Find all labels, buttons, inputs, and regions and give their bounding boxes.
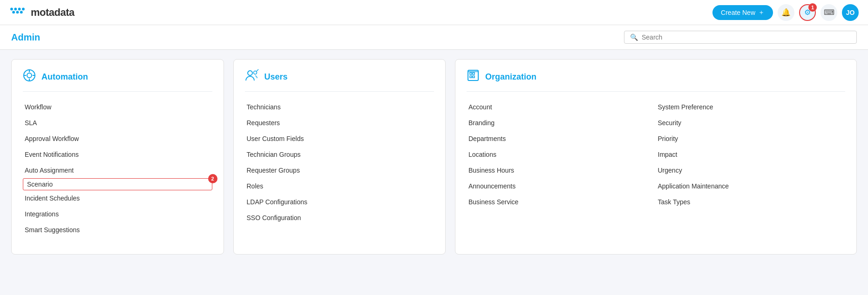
notification-button[interactable]: 🔔 [778,4,794,21]
users-item-requester-groups[interactable]: Requester Groups [245,162,434,178]
svg-point-14 [253,71,257,74]
users-item-user-custom-fields[interactable]: User Custom Fields [245,131,434,147]
users-card-header: Users [245,69,434,92]
svg-point-1 [14,7,17,10]
org-item-account[interactable]: Account [467,99,656,115]
plus-icon: ＋ [758,8,765,17]
svg-rect-19 [470,76,472,78]
settings-button[interactable]: ⚙ 1 [799,4,816,21]
org-item-locations[interactable]: Locations [467,147,656,162]
logo-text: motadata [31,7,75,19]
org-item-impact[interactable]: Impact [656,147,846,162]
keyboard-button[interactable]: ⌨ [821,4,837,21]
org-item-branding[interactable]: Branding [467,115,656,131]
org-item-application-maintenance[interactable]: Application Maintenance [656,178,846,194]
automation-card-title: Automation [41,72,88,82]
automation-items-list: WorkflowSLAApproval WorkflowEvent Notifi… [23,99,212,238]
svg-point-2 [18,7,21,10]
org-col-1: AccountBrandingDepartmentsLocationsBusin… [467,99,656,210]
organization-card: Organization AccountBrandingDepartmentsL… [455,59,857,255]
svg-point-13 [248,71,252,75]
svg-line-15 [257,69,258,71]
org-item-system-preference[interactable]: System Preference [656,99,846,115]
topbar-right: Create New ＋ 🔔 ⚙ 1 ⌨ JO [712,4,859,21]
automation-item-integrations[interactable]: Integrations [23,206,212,222]
svg-rect-20 [473,76,475,78]
automation-item-event-notifications[interactable]: Event Notifications [23,147,212,162]
search-icon: 🔍 [630,34,638,41]
main-content: Automation WorkflowSLAApproval WorkflowE… [0,50,868,264]
users-card-title: Users [264,72,288,82]
automation-card-header: Automation [23,69,212,92]
svg-point-4 [12,11,15,13]
user-avatar-button[interactable]: JO [842,4,859,21]
organization-icon [467,69,480,85]
admin-page-title: Admin [11,32,40,43]
automation-item-scenario[interactable]: Scenario2 [23,178,212,190]
automation-item-approval-workflow[interactable]: Approval Workflow [23,131,212,147]
motadata-logo-icon [9,6,28,19]
svg-point-5 [16,11,19,13]
svg-rect-18 [473,73,475,74]
automation-card: Automation WorkflowSLAApproval WorkflowE… [11,59,224,255]
org-item-business-service[interactable]: Business Service [467,194,656,210]
users-items-list: TechniciansRequestersUser Custom FieldsT… [245,99,434,226]
users-card: Users TechniciansRequestersUser Custom F… [233,59,446,255]
create-new-button[interactable]: Create New ＋ [712,5,773,20]
topbar: motadata Create New ＋ 🔔 ⚙ 1 ⌨ JO [0,0,868,25]
org-item-urgency[interactable]: Urgency [656,162,846,178]
users-item-requesters[interactable]: Requesters [245,115,434,131]
automation-item-incident-schedules[interactable]: Incident Schedules [23,190,212,206]
org-item-departments[interactable]: Departments [467,131,656,147]
organization-content: AccountBrandingDepartmentsLocationsBusin… [467,99,845,210]
org-item-business-hours[interactable]: Business Hours [467,162,656,178]
automation-item-sla[interactable]: SLA [23,115,212,131]
svg-point-6 [20,11,23,13]
create-new-label: Create New [721,9,755,16]
search-bar: 🔍 [624,31,857,44]
users-item-sso-configuration[interactable]: SSO Configuration [245,210,434,226]
svg-point-8 [27,73,32,78]
keyboard-icon: ⌨ [824,8,834,17]
users-item-technicians[interactable]: Technicians [245,99,434,115]
settings-badge: 1 [808,3,817,12]
org-item-security[interactable]: Security [656,115,846,131]
automation-item-auto-assignment[interactable]: Auto Assignment [23,162,212,178]
svg-point-0 [10,7,13,10]
organization-card-title: Organization [485,72,536,82]
users-item-ldap-configurations[interactable]: LDAP Configurations [245,194,434,210]
search-input[interactable] [642,34,851,41]
org-col-2: System PreferenceSecurityPriorityImpactU… [656,99,846,210]
logo-area: motadata [9,6,75,19]
users-item-technician-groups[interactable]: Technician Groups [245,147,434,162]
bell-icon: 🔔 [781,8,791,17]
automation-item-smart-suggestions[interactable]: Smart Suggestions [23,222,212,238]
organization-card-header: Organization [467,69,845,92]
org-item-priority[interactable]: Priority [656,131,846,147]
automation-item-workflow[interactable]: Workflow [23,99,212,115]
org-item-announcements[interactable]: Announcements [467,178,656,194]
automation-icon [23,69,36,85]
svg-point-3 [22,7,25,10]
users-item-roles[interactable]: Roles [245,178,434,194]
users-icon [245,69,259,85]
admin-header: Admin 🔍 [0,25,868,50]
org-item-task-types[interactable]: Task Types [656,194,846,210]
svg-rect-17 [470,73,472,74]
